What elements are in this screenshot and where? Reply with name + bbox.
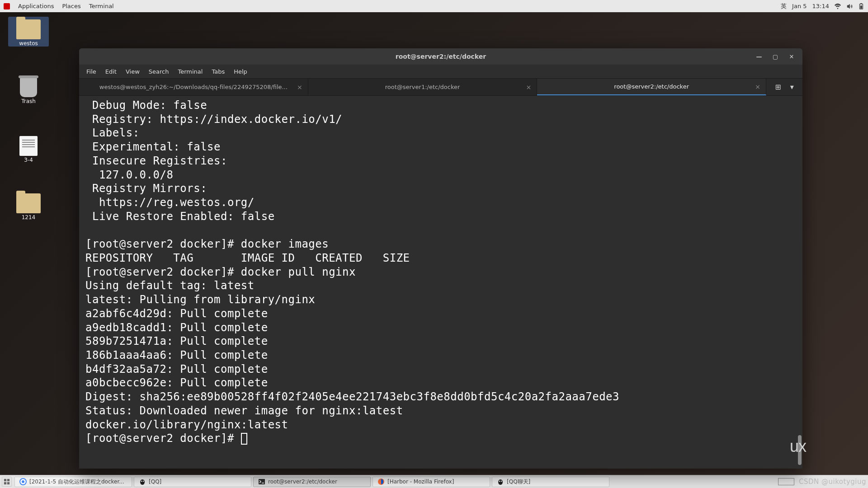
svg-point-10 bbox=[141, 481, 142, 482]
show-desktop-button[interactable] bbox=[2, 477, 12, 487]
svg-point-9 bbox=[140, 479, 145, 485]
menu-help[interactable]: Help bbox=[229, 66, 252, 77]
desktop-icon-label: westos bbox=[8, 40, 49, 47]
tab-grid-icon[interactable]: ⊞ bbox=[775, 83, 781, 91]
window-title: root@server2:/etc/docker bbox=[396, 53, 486, 60]
input-method-indicator[interactable]: 英 bbox=[781, 2, 787, 10]
svg-rect-5 bbox=[4, 482, 6, 484]
taskbar-item-label: [Harbor - Mozilla Firefox] bbox=[387, 479, 454, 485]
taskbar-item-4[interactable]: [QQ聊天] bbox=[492, 477, 609, 487]
doc-icon bbox=[19, 136, 38, 156]
desktop-area[interactable]: westosTrash3-41214 root@server2:/etc/doc… bbox=[0, 12, 868, 475]
maximize-button[interactable]: ▢ bbox=[767, 50, 783, 63]
svg-rect-3 bbox=[4, 479, 6, 481]
wifi-icon[interactable] bbox=[835, 3, 841, 9]
tab-label: westos@westos_zyh26:~/Downloads/qq-files… bbox=[99, 84, 288, 90]
tab-close-icon[interactable]: × bbox=[526, 84, 532, 91]
desktop-icon-1214[interactable]: 1214 bbox=[8, 191, 49, 221]
menu-file[interactable]: File bbox=[82, 66, 101, 77]
terminal-icon bbox=[258, 478, 265, 485]
taskbar-item-1[interactable]: [QQ] bbox=[134, 477, 251, 487]
battery-icon[interactable] bbox=[858, 3, 864, 9]
qq-icon bbox=[139, 478, 146, 485]
taskbar-item-0[interactable]: [2021-1-5 自动化运维课程之docker... bbox=[14, 477, 132, 487]
desktop-icon-label: Trash bbox=[8, 98, 49, 104]
window-titlebar[interactable]: root@server2:/etc/docker — ▢ ✕ bbox=[79, 48, 802, 65]
taskbar-item-label: [QQ] bbox=[149, 479, 161, 485]
svg-point-11 bbox=[143, 481, 144, 482]
desktop-icon-trash[interactable]: Trash bbox=[8, 75, 49, 104]
tab-close-icon[interactable]: × bbox=[755, 83, 760, 90]
background-ux-text: ux bbox=[790, 437, 806, 456]
tab-overflow-controls[interactable]: ⊞ ▾ bbox=[766, 79, 802, 95]
taskbar-item-label: [QQ聊天] bbox=[507, 478, 530, 486]
svg-rect-2 bbox=[860, 5, 862, 9]
desktop-icon-3-4[interactable]: 3-4 bbox=[8, 133, 49, 163]
volume-icon[interactable] bbox=[846, 3, 853, 9]
svg-point-14 bbox=[498, 479, 503, 485]
taskbar-item-3[interactable]: [Harbor - Mozilla Firefox] bbox=[373, 477, 490, 487]
svg-rect-12 bbox=[259, 479, 265, 484]
tab-label: root@server1:/etc/docker bbox=[385, 84, 460, 90]
desktop-icon-label: 3-4 bbox=[8, 157, 49, 163]
menu-terminal[interactable]: Terminal bbox=[173, 66, 207, 77]
firefox-icon bbox=[377, 478, 385, 485]
menu-edit[interactable]: Edit bbox=[101, 66, 121, 77]
bottom-taskbar: [2021-1-5 自动化运维课程之docker...[QQ]root@serv… bbox=[0, 475, 868, 488]
tab-label: root@server2:/etc/docker bbox=[614, 83, 689, 90]
desktop-icon-westos[interactable]: westos bbox=[8, 17, 49, 47]
terminal-content[interactable]: Debug Mode: false Registry: https://inde… bbox=[79, 96, 802, 469]
clock-time[interactable]: 13:14 bbox=[812, 3, 829, 9]
chrome-icon bbox=[19, 478, 27, 485]
folder-icon bbox=[16, 19, 41, 39]
menu-places[interactable]: Places bbox=[62, 3, 80, 9]
minimize-button[interactable]: — bbox=[751, 50, 767, 63]
svg-point-15 bbox=[499, 481, 500, 482]
close-button[interactable]: ✕ bbox=[783, 50, 800, 63]
watermark-text: CSDN @uikotygiug bbox=[799, 478, 866, 486]
menu-applications[interactable]: Applications bbox=[18, 3, 54, 9]
clock-date[interactable]: Jan 5 bbox=[792, 3, 807, 9]
menu-view[interactable]: View bbox=[121, 66, 144, 77]
folder-icon bbox=[16, 193, 41, 213]
taskbar-item-2[interactable]: root@server2:/etc/docker bbox=[253, 477, 371, 487]
tab-dropdown-icon[interactable]: ▾ bbox=[790, 83, 794, 91]
terminal-window: root@server2:/etc/docker — ▢ ✕ File Edit… bbox=[79, 48, 802, 469]
svg-point-8 bbox=[22, 480, 24, 483]
terminal-cursor bbox=[241, 433, 247, 445]
terminal-tab-1[interactable]: root@server1:/etc/docker× bbox=[308, 79, 538, 95]
desktop-icon-label: 1214 bbox=[8, 214, 49, 221]
menu-terminal[interactable]: Terminal bbox=[89, 3, 114, 9]
terminal-tabbar: westos@westos_zyh26:~/Downloads/qq-files… bbox=[79, 79, 802, 96]
terminal-menubar: File Edit View Search Terminal Tabs Help bbox=[79, 65, 802, 79]
qq-icon bbox=[497, 478, 504, 485]
svg-point-16 bbox=[501, 481, 502, 482]
taskbar-item-label: root@server2:/etc/docker bbox=[268, 479, 337, 485]
menu-tabs[interactable]: Tabs bbox=[207, 66, 229, 77]
terminal-tab-2[interactable]: root@server2:/etc/docker× bbox=[537, 79, 766, 95]
menu-search[interactable]: Search bbox=[144, 66, 174, 77]
svg-rect-1 bbox=[860, 3, 862, 4]
trash-icon bbox=[20, 77, 37, 97]
taskbar-tray-rect bbox=[778, 478, 794, 485]
svg-rect-4 bbox=[7, 479, 9, 481]
terminal-tab-0[interactable]: westos@westos_zyh26:~/Downloads/qq-files… bbox=[79, 79, 308, 95]
svg-rect-6 bbox=[7, 482, 9, 484]
gnome-top-bar: Applications Places Terminal 英 Jan 5 13:… bbox=[0, 0, 868, 12]
tab-close-icon[interactable]: × bbox=[297, 84, 302, 91]
taskbar-item-label: [2021-1-5 自动化运维课程之docker... bbox=[29, 478, 124, 486]
gnome-logo-icon bbox=[4, 3, 10, 9]
